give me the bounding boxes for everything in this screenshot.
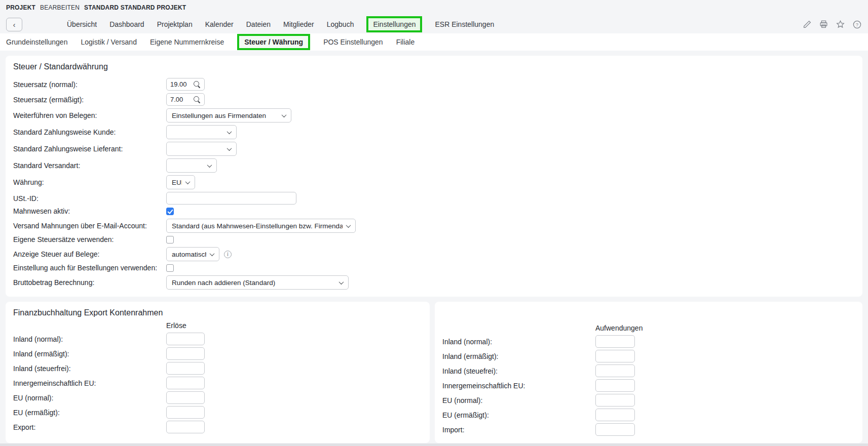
subtab-grundeinstellungen[interactable]: Grundeinstellungen [6,38,67,46]
aufwendungen-eu-normal-input[interactable] [595,394,635,407]
label-bruttobetrag: Bruttobetrag Berechnung: [13,278,166,287]
chevron-down-icon [227,146,232,151]
label-aufwendungen-inland-steuerfrei: Inland (steuefrei): [442,367,595,375]
subtab-eigene-nummernkreise[interactable]: Eigene Nummernkreise [150,38,224,46]
back-button[interactable]: ‹ [6,18,22,31]
select-value: Einstellungen aus Firmendaten [172,112,266,119]
pencil-icon[interactable] [803,20,812,29]
label-versandart: Standard Versandart: [13,161,166,170]
aufwendungen-inland-steuerfrei-input[interactable] [595,364,635,377]
label-steuersatz-normal: Steuersatz (normal): [13,80,166,89]
subtab-filiale[interactable]: Filiale [396,38,415,46]
erloese-inland-normal-input[interactable] [166,333,205,345]
fibu-aufwendungen-panel: Aufwendungen Inland (normal): Inland (er… [435,302,862,443]
steuersatz-normal-field[interactable] [166,78,205,91]
breadcrumb-project: STANDARD STANDARD PROJEKT [84,4,186,11]
erloese-export-input[interactable] [166,421,205,433]
bruttobetrag-select[interactable]: Runden nach addieren (Standard) [166,275,349,290]
steuersatz-ermaessigt-input[interactable] [170,96,191,103]
breadcrumb-action: BEARBEITEN [40,4,80,11]
versandart-select[interactable] [166,158,217,173]
label-aufwendungen-inland-ermaessigt: Inland (ermäßigt): [442,352,595,360]
label-anzeige-steuer: Anzeige Steuer auf Belege: [13,250,166,258]
erloese-eu-ermaessigt-input[interactable] [166,406,205,419]
ust-id-input[interactable] [166,192,296,205]
chevron-down-icon [227,129,232,134]
mahnwesen-checkbox[interactable] [166,208,174,215]
mahnungen-email-select[interactable]: Standard (aus Mahnwesen-Einstellungen bz… [166,219,356,233]
chevron-down-icon [339,279,344,285]
breadcrumb-app: PROJEKT [6,4,35,11]
tab-logbuch[interactable]: Logbuch [327,20,354,28]
tab-esr-einstellungen[interactable]: ESR Einstellungen [435,20,494,28]
section-title-fibu: Finanzbuchhaltung Export Kontenrahmen [13,308,422,317]
anzeige-steuer-select[interactable]: automatisch [166,247,219,261]
help-icon[interactable]: ? [852,20,862,29]
label-zahlungsweise-kunde: Standard Zahlungsweise Kunde: [13,128,166,136]
toolbar-icons: ? [803,20,862,29]
steuersatz-normal-input[interactable] [170,80,191,88]
label-aufwendungen-import: Import: [442,426,595,434]
label-erloese-eu-normal: EU (normal): [13,394,166,402]
label-mahnwesen: Mahnwesen aktiv: [13,207,166,215]
aufwendungen-inland-ermaessigt-input[interactable] [595,350,635,362]
bestellungen-checkbox[interactable] [166,264,174,272]
bottom-edge-strip [0,443,868,446]
label-aufwendungen-eu-ermaessigt: EU (ermäßigt): [442,411,595,419]
subtab-logistik-versand[interactable]: Logistik / Versand [81,38,137,46]
section-title-tax: Steuer / Standardwährung [13,62,855,71]
tab-dashboard[interactable]: Dashboard [109,20,144,28]
erloese-inland-steuerfrei-input[interactable] [166,362,205,375]
label-erloese-inland-normal: Inland (normal): [13,335,166,343]
tab-einstellungen-active[interactable]: Einstellungen [366,16,422,32]
svg-text:?: ? [856,22,858,27]
tax-currency-panel: Steuer / Standardwährung Steuersatz (nor… [6,56,862,297]
tab-mitglieder[interactable]: Mitglieder [283,20,314,28]
erloese-column-header: Erlöse [166,321,422,330]
project-nav-bar: ‹ Übersicht Dashboard Projektplan Kalend… [0,15,868,33]
label-erloese-inland-steuerfrei: Inland (steuerfrei): [13,364,166,373]
zahlungsweise-kunde-select[interactable] [166,125,237,139]
label-ust-id: USt.-ID: [13,194,166,202]
waehrung-select[interactable]: EUR [166,175,195,189]
select-value: Standard (aus Mahnwesen-Einstellungen bz… [172,222,343,230]
aufwendungen-innergemeinschaftlich-input[interactable] [595,379,635,392]
chevron-down-icon [210,251,215,256]
settings-subtabs: Grundeinstellungen Logistik / Versand Ei… [0,33,868,51]
label-aufwendungen-innergemeinschaftlich: Innergemeinschaftlich EU: [442,382,595,390]
tab-projektplan[interactable]: Projektplan [157,20,193,28]
subtab-pos-einstellungen[interactable]: POS Einstellungen [323,38,383,46]
tab-dateien[interactable]: Dateien [246,20,271,28]
magnifier-icon[interactable] [194,81,201,88]
label-weiterfuehren: Weiterführen von Belegen: [13,111,166,119]
star-icon[interactable] [836,20,845,29]
steuersatz-ermaessigt-field[interactable] [166,93,205,106]
label-erloese-eu-ermaessigt: EU (ermäßigt): [13,409,166,417]
project-tabs: Übersicht Dashboard Projektplan Kalender… [67,16,494,32]
chevron-down-icon [207,163,212,168]
tab-uebersicht[interactable]: Übersicht [67,20,97,28]
info-icon[interactable] [224,251,232,258]
aufwendungen-inland-normal-input[interactable] [595,335,635,348]
subtab-steuer-waehrung-active[interactable]: Steuer / Währung [237,34,310,50]
select-value: EUR [172,179,182,186]
aufwendungen-eu-ermaessigt-input[interactable] [595,409,635,421]
erloese-innergemeinschaftlich-input[interactable] [166,377,205,389]
label-mahnungen-email: Versand Mahnungen über E-Mail-Account: [13,222,166,230]
select-value: automatisch [172,251,206,258]
label-eigene-steuersaetze: Eigene Steuersätze verwenden: [13,235,166,244]
eigene-steuersaetze-checkbox[interactable] [166,236,174,244]
chevron-down-icon [185,179,191,184]
aufwendungen-import-input[interactable] [595,423,635,436]
tab-kalender[interactable]: Kalender [205,20,234,28]
printer-icon[interactable] [819,20,828,29]
magnifier-icon[interactable] [194,96,201,103]
erloese-inland-ermaessigt-input[interactable] [166,347,205,360]
chevron-down-icon [346,223,351,228]
label-erloese-export: Export: [13,423,166,431]
erloese-eu-normal-input[interactable] [166,391,205,404]
breadcrumb: PROJEKT BEARBEITEN STANDARD STANDARD PRO… [0,0,868,15]
weiterfuehren-select[interactable]: Einstellungen aus Firmendaten [166,108,291,123]
zahlungsweise-lieferant-select[interactable] [166,142,237,156]
label-erloese-inland-ermaessigt: Inland (ermäßigt): [13,350,166,358]
